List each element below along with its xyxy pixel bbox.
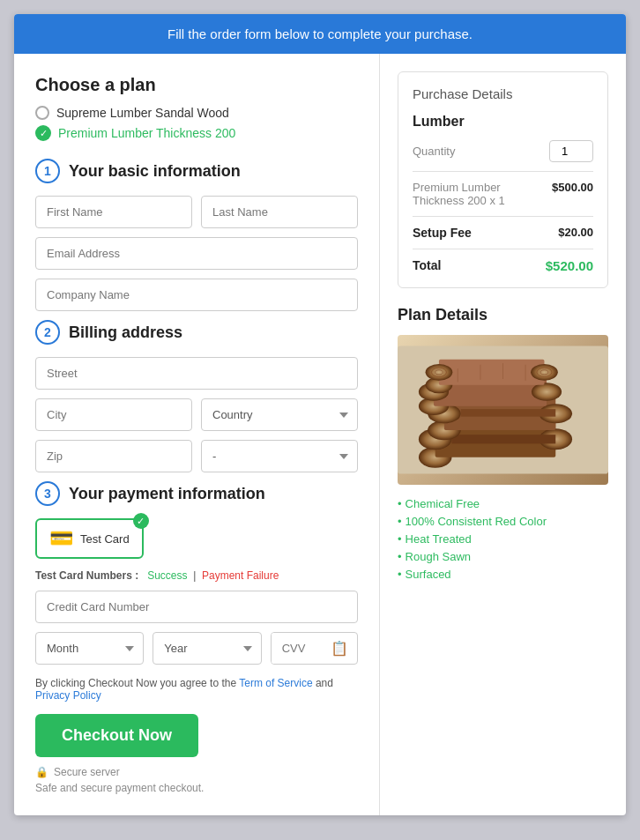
plan-details-title: Plan Details: [398, 306, 608, 324]
svg-rect-16: [439, 360, 544, 385]
svg-rect-5: [451, 435, 555, 443]
feature-2: 100% Consistent Red Color: [398, 515, 608, 528]
plan-features-list: Chemical Free 100% Consistent Red Color …: [398, 497, 608, 581]
state-select[interactable]: -: [201, 440, 358, 472]
cvv-wrapper: 📋: [271, 632, 358, 665]
section2-number: 2: [35, 320, 60, 345]
lumber-image: [398, 335, 608, 485]
feature-5: Surfaced: [398, 568, 608, 581]
card-check-icon: ✓: [133, 513, 149, 529]
feature-1: Chemical Free: [398, 497, 608, 510]
purchase-details-title: Purchase Details: [413, 86, 593, 101]
purchase-details-box: Purchase Details Lumber Quantity Premium…: [398, 71, 608, 288]
city-country-row: Country: [35, 398, 358, 431]
success-link[interactable]: Success: [147, 569, 187, 582]
section3-number: 3: [35, 481, 60, 506]
tos-mid: and: [313, 677, 333, 689]
card-label: Test Card: [80, 532, 130, 546]
tos-before: By clicking Checkout Now you agree to th…: [35, 677, 239, 689]
quantity-input[interactable]: [549, 140, 593, 162]
month-select[interactable]: Month: [35, 632, 144, 665]
first-name-input[interactable]: [35, 196, 192, 228]
left-column: Choose a plan Supreme Lumber Sandal Wood…: [14, 54, 380, 815]
last-name-input[interactable]: [201, 196, 358, 228]
plan-label-2: Premium Lumber Thickness 200: [58, 126, 235, 140]
item-price-row: Premium LumberThickness 200 x 1 $500.00: [413, 181, 593, 207]
quantity-label: Quantity: [413, 145, 455, 158]
cvv-card-icon: 📋: [322, 640, 357, 657]
svg-point-17: [531, 364, 558, 381]
section2-title: Billing address: [69, 323, 182, 342]
email-input[interactable]: [35, 237, 358, 270]
cvv-row: Month Year 📋: [35, 632, 358, 665]
section1-header: 1 Your basic information: [35, 159, 358, 183]
payment-section: 💳 Test Card ✓ Test Card Numbers : Succes…: [35, 518, 358, 665]
email-row: [35, 237, 358, 270]
divider-3: [413, 249, 593, 249]
failure-link[interactable]: Payment Failure: [202, 569, 279, 582]
plan-option-2[interactable]: ✓ Premium Lumber Thickness 200: [35, 125, 358, 141]
divider-2: [413, 216, 593, 217]
city-input[interactable]: [35, 398, 192, 431]
tos-link1[interactable]: Term of Service: [239, 677, 312, 689]
total-label: Total: [413, 258, 441, 273]
checkout-button[interactable]: Checkout Now: [35, 714, 198, 757]
privacy-link[interactable]: Privacy Policy: [35, 689, 101, 702]
radio-unselected-icon: [35, 106, 49, 120]
plan-label-1: Supreme Lumber Sandal Wood: [56, 106, 229, 120]
svg-rect-10: [461, 409, 556, 417]
section3-title: Your payment information: [69, 485, 265, 503]
plan-option-1[interactable]: Supreme Lumber Sandal Wood: [35, 106, 358, 120]
main-content: Choose a plan Supreme Lumber Sandal Wood…: [14, 54, 626, 815]
secure-label: Secure server: [54, 766, 120, 778]
cvv-input[interactable]: [272, 633, 322, 664]
cc-row: [35, 591, 358, 623]
tos-text: By clicking Checkout Now you agree to th…: [35, 677, 358, 702]
name-row: [35, 196, 358, 228]
choose-plan-title: Choose a plan: [35, 75, 358, 95]
quantity-row: Quantity: [413, 140, 593, 162]
credit-card-icon: 💳: [49, 527, 73, 550]
lumber-title: Lumber: [413, 114, 593, 130]
lock-icon: 🔒: [35, 766, 48, 778]
card-badge[interactable]: 💳 Test Card ✓: [35, 518, 144, 559]
zip-state-row: -: [35, 440, 358, 472]
country-select[interactable]: Country: [201, 398, 358, 431]
street-row: [35, 357, 358, 390]
section2-header: 2 Billing address: [35, 320, 358, 345]
svg-point-18: [426, 364, 453, 381]
feature-3: Heat Treated: [398, 532, 608, 546]
plan-options: Supreme Lumber Sandal Wood ✓ Premium Lum…: [35, 106, 358, 141]
setup-fee-row: Setup Fee $20.00: [413, 226, 593, 240]
total-row: Total $520.00: [413, 258, 593, 273]
company-row: [35, 279, 358, 311]
test-card-numbers: Test Card Numbers : Success | Payment Fa…: [35, 569, 358, 582]
setup-fee-value: $20.00: [558, 226, 593, 240]
svg-point-13: [532, 383, 562, 400]
right-column: Purchase Details Lumber Quantity Premium…: [380, 54, 626, 815]
item-price: $500.00: [552, 181, 593, 194]
feature-4: Rough Sawn: [398, 550, 608, 563]
setup-fee-label: Setup Fee: [413, 226, 472, 240]
section3-header: 3 Your payment information: [35, 481, 358, 506]
company-input[interactable]: [35, 279, 358, 311]
banner-text: Fill the order form below to complete yo…: [167, 26, 473, 41]
section1-title: Your basic information: [69, 162, 241, 181]
street-input[interactable]: [35, 357, 358, 390]
item-label: Premium LumberThickness 200 x 1: [413, 181, 505, 207]
radio-check-icon: ✓: [35, 125, 51, 141]
top-banner: Fill the order form below to complete yo…: [14, 14, 626, 54]
safe-text: Safe and secure payment checkout.: [35, 782, 358, 794]
year-select[interactable]: Year: [153, 632, 261, 665]
page-wrapper: Fill the order form below to complete yo…: [14, 14, 626, 815]
secure-server: 🔒 Secure server: [35, 766, 358, 778]
total-value: $520.00: [546, 258, 593, 273]
cc-number-input[interactable]: [35, 591, 358, 623]
zip-input[interactable]: [35, 440, 192, 472]
lumber-svg: [398, 335, 608, 485]
test-card-label: Test Card Numbers :: [35, 569, 138, 582]
divider-1: [413, 171, 593, 172]
section1-number: 1: [35, 159, 60, 183]
